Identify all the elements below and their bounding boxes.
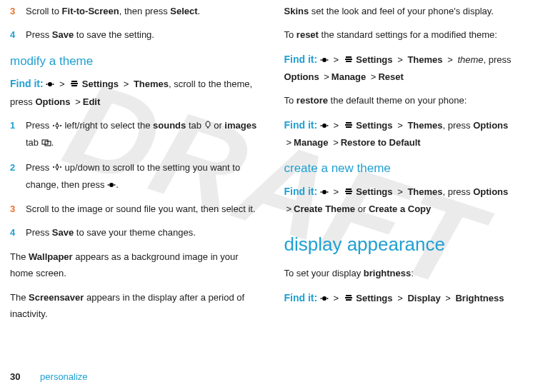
step-body: Scroll to Fit-to-Screen, then press Sele… (26, 3, 264, 19)
ui-label: Display (407, 293, 440, 303)
step-number: 3 (10, 201, 26, 217)
gt: > (331, 186, 341, 197)
find-it-restore: Find it: > Settings > Themes, press Opti… (284, 116, 539, 151)
ui-label: Skins (284, 6, 309, 16)
ui-label: Screensaver (29, 292, 84, 303)
step-body: Press left/right to select the sounds ta… (26, 117, 264, 152)
ui-label: Create a Copy (369, 203, 431, 214)
left-column: 3 Scroll to Fit-to-Screen, then press Se… (10, 3, 264, 329)
text: , press (443, 186, 474, 197)
ui-label: Options (473, 120, 508, 131)
text: Press (26, 120, 52, 131)
center-key-icon (320, 52, 329, 69)
text: set the look and feel of your phone's di… (309, 6, 494, 16)
svg-point-22 (320, 125, 322, 126)
right-column: Skins set the look and feel of your phon… (284, 3, 539, 329)
gt: > (121, 79, 131, 89)
ui-label: Settings (82, 79, 119, 89)
svg-point-18 (322, 58, 327, 62)
svg-point-10 (56, 166, 59, 169)
step-number: 3 (10, 3, 26, 19)
text: : (411, 268, 414, 278)
text: tab (26, 137, 41, 148)
step-number: 4 (10, 224, 26, 241)
ui-label: Reset (378, 71, 403, 82)
ui-label: Settings (356, 54, 392, 65)
gt: > (322, 71, 332, 82)
svg-point-15 (109, 183, 114, 187)
gt: > (73, 96, 83, 107)
text: The (10, 292, 29, 303)
center-key-icon (107, 177, 116, 194)
svg-point-25 (320, 191, 322, 193)
center-key-icon (320, 291, 329, 307)
ui-label: Settings (356, 293, 392, 303)
ui-label: Create Theme (294, 203, 355, 214)
gt: > (331, 120, 341, 131)
step-number: 4 (10, 26, 26, 43)
svg-point-5 (60, 125, 61, 126)
text: To set your display (284, 268, 364, 278)
ui-label: Options (35, 96, 70, 107)
gt: > (57, 79, 67, 89)
ui-label: Settings (356, 186, 392, 197)
bold-text: restore (297, 95, 328, 106)
gt: > (331, 54, 341, 65)
text: Press (26, 162, 52, 173)
gt: > (395, 293, 405, 303)
text: the standard settings for a modified the… (319, 29, 497, 40)
svg-point-13 (56, 164, 58, 166)
svg-point-0 (48, 82, 52, 86)
text: or (355, 203, 369, 214)
text: Press (26, 227, 52, 238)
text: to save your theme changes. (74, 227, 196, 238)
find-it-label: Find it: (284, 292, 318, 303)
step-3: 3 Scroll to Fit-to-Screen, then press Se… (10, 3, 264, 19)
center-key-icon (320, 184, 329, 201)
ui-label: Select (170, 6, 197, 16)
gt: > (445, 54, 455, 65)
page-content: 3 Scroll to Fit-to-Screen, then press Se… (0, 0, 548, 329)
bold-text: images (224, 120, 256, 131)
svg-point-11 (53, 166, 54, 168)
svg-point-26 (327, 191, 328, 193)
settings-icon (69, 76, 79, 93)
gt: > (395, 120, 405, 131)
svg-point-24 (322, 190, 327, 194)
ui-label: Fit-to-Screen (62, 6, 119, 16)
step-4: 4 Press Save to save the setting. (10, 26, 264, 43)
gt: > (395, 54, 405, 65)
find-it-brightness: Find it: > Settings > Display > Brightne… (284, 289, 539, 307)
ui-label: Themes (407, 186, 442, 197)
gt: > (284, 203, 294, 214)
text: , then press (119, 6, 171, 16)
ui-label: Themes (407, 120, 442, 131)
gt: > (331, 293, 341, 303)
substep-4: 4 Press Save to save your theme changes. (10, 224, 264, 241)
substep-3: 3 Scroll to the image or sound file you … (10, 201, 264, 217)
svg-point-2 (53, 84, 54, 85)
step-body: Press up/down to scroll to the setting y… (26, 159, 264, 194)
text: To (284, 29, 297, 40)
find-it-create: Find it: > Settings > Themes, press Opti… (284, 183, 539, 218)
ui-label: Save (52, 29, 74, 40)
find-it-label: Find it: (284, 186, 318, 197)
svg-point-12 (60, 166, 61, 168)
text: . (198, 6, 201, 16)
text: , press (484, 54, 512, 65)
placeholder: theme (457, 54, 483, 65)
text: Press (26, 29, 52, 40)
gt: > (284, 137, 294, 148)
gt: > (369, 71, 379, 82)
ui-label: Restore to Default (341, 137, 421, 148)
svg-point-14 (56, 169, 58, 171)
heading-display-appearance: display appearance (284, 228, 539, 261)
substep-1: 1 Press left/right to select the sounds … (10, 117, 264, 152)
text: , press (443, 120, 474, 131)
images-tab-icon (41, 135, 51, 151)
ui-label: Options (284, 71, 319, 82)
text: . (51, 137, 54, 148)
step-body: Press Save to save the setting. (26, 26, 264, 43)
text: left/right to select the (62, 120, 153, 131)
nav-key-icon (52, 118, 62, 134)
